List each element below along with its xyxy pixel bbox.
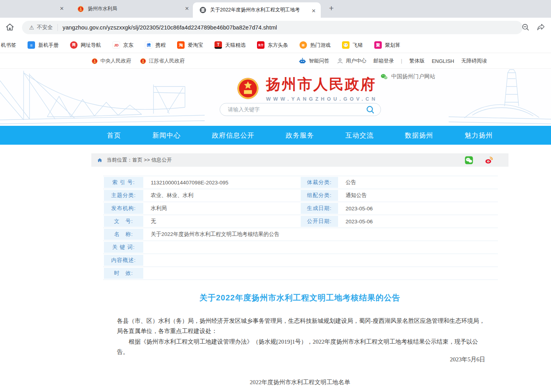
close-tab-icon[interactable]: × [57, 4, 66, 13]
meta-row: 发布机构: 水利局 生成日期: 2023-05-06 [103, 202, 498, 215]
banner-art-bridge-right [449, 69, 551, 126]
site-search [220, 103, 381, 116]
site-logo[interactable]: 扬州市人民政府 WWW.YANGZHOU.GOV.CN [235, 75, 378, 102]
gov-emblem-icon [91, 58, 98, 64]
bookmark-icon: 聚 [374, 41, 382, 49]
bookmark-ctrip[interactable]: 携携程 [145, 41, 166, 49]
nav-charm[interactable]: 魅力扬州 [464, 131, 493, 140]
nav-home[interactable]: 首页 [107, 131, 121, 140]
pig-face-icon [342, 41, 349, 49]
search-button[interactable] [366, 105, 375, 114]
breadcrumb-home-icon[interactable] [97, 157, 103, 163]
meta-value: 公告 [339, 176, 498, 189]
url-text: yangzhou.gov.cn/yzszxxgk/slj/202305/210c… [63, 24, 277, 31]
nav-info-disclosure[interactable]: 政府信息公开 [212, 131, 255, 140]
breadcrumb-bar: 当前位置：首页 >> 信息公开 [91, 153, 508, 167]
meta-label: 内容概述: [103, 254, 144, 267]
meta-label: 体裁分类: [300, 176, 339, 189]
search-input[interactable] [228, 107, 366, 112]
home-icon[interactable] [5, 22, 15, 32]
meta-value [144, 267, 498, 280]
utility-divider: | [401, 58, 402, 64]
browser-logo-favicon [199, 6, 207, 14]
meta-value: 11321000014407098E-2023-095 [144, 176, 300, 189]
article-date: 2023年5月6日 [117, 356, 485, 363]
nav-services[interactable]: 政务服务 [286, 131, 314, 140]
meta-label: 组配分类: [300, 189, 339, 202]
link-traditional[interactable]: 繁体版 [409, 57, 425, 64]
nav-data[interactable]: 数据扬州 [405, 131, 433, 140]
link-mail-login[interactable]: 邮箱登录 [373, 57, 394, 64]
wechat-bubbles-icon [380, 73, 388, 81]
new-tab-button[interactable]: + [326, 3, 337, 14]
meta-label: 名 称: [103, 228, 144, 241]
bookmark-mobile[interactable]: 机书签 [1, 42, 16, 49]
bookmark-icon: 东方 [257, 41, 264, 49]
link-central-gov[interactable]: 中央人民政府 [91, 57, 131, 64]
bookmark-nav-site[interactable]: 网网址导航 [70, 41, 101, 49]
bookmark-jd[interactable]: JD京东 [113, 41, 133, 49]
person-icon [337, 57, 344, 64]
bookmark-icon: 淘 [177, 41, 185, 49]
meta-value [144, 241, 498, 254]
site-utility-bar: 中央人民政府 江苏省人民政府 智能问答 用户中心 邮箱登录 | 繁体版 ENGL… [0, 53, 551, 69]
link-jiangsu-gov[interactable]: 江苏省人民政府 [140, 57, 185, 64]
url-field[interactable]: ⚠ 不安全 yangzhou.gov.cn/yzszxxgk/slj/20230… [22, 21, 523, 34]
national-emblem-icon [235, 76, 261, 101]
meta-value: 水利局 [144, 202, 300, 215]
bookmark-icon: ▦ [300, 41, 307, 49]
breadcrumb-current-link[interactable]: 信息公开 [151, 157, 172, 163]
nav-news[interactable]: 新闻中心 [152, 131, 181, 140]
breadcrumb: 当前位置：首页 >> 信息公开 [107, 156, 172, 164]
link-english[interactable]: ENGLISH [432, 58, 454, 64]
bookmark-aitaobao[interactable]: 淘爱淘宝 [177, 41, 203, 49]
meta-row: 主题分类: 农业、林业、水利 组配分类: 通知公告 [103, 189, 498, 202]
meta-value: 关于2022年度扬州市水利工程文明工地考核结果的公告 [144, 228, 498, 241]
share-weibo-icon[interactable] [484, 156, 494, 165]
bookmark-juhuasuan[interactable]: 聚聚划算 [374, 41, 400, 49]
bookmark-manual[interactable]: ≡新机手册 [28, 41, 59, 49]
bookmark-eastday[interactable]: 东方东方头条 [257, 41, 288, 49]
meta-label: 生成日期: [300, 202, 339, 215]
meta-value: 无 [144, 215, 300, 228]
meta-value: 2023-05-06 [339, 202, 498, 215]
meta-label: 时 效: [103, 267, 144, 280]
zoom-out-icon[interactable] [521, 23, 530, 32]
close-tab-icon[interactable]: × [309, 7, 318, 15]
breadcrumb-home-link[interactable]: 首页 [132, 157, 142, 163]
bookmark-icon: T [214, 41, 222, 49]
share-icon[interactable] [536, 23, 545, 32]
main-nav: 首页 新闻中心 政府信息公开 政务服务 互动交流 数据扬州 魅力扬州 [0, 126, 551, 145]
meta-label: 发布机构: [103, 202, 144, 215]
browser-window: × 扬州市水利局 × 关于2022年度扬州市水利工程文明工地考 × + ⚠ 不安… [0, 0, 551, 392]
tab-title: 扬州市水利局 [88, 6, 117, 12]
breadcrumb-prefix: 当前位置： [107, 157, 132, 163]
bookmark-games[interactable]: ▦热门游戏 [300, 41, 331, 49]
tab-announcement-active[interactable]: 关于2022年度扬州市水利工程文明工地考 [193, 2, 321, 18]
nav-interaction[interactable]: 互动交流 [345, 131, 373, 140]
meta-row: 文 号: 无 公开日期: 2023-05-06 [103, 215, 498, 228]
link-smart-qa[interactable]: 智能问答 [298, 57, 329, 65]
link-user-center[interactable]: 用户中心 [337, 57, 366, 64]
meta-label: 主题分类: [103, 189, 144, 202]
bookmark-tmall[interactable]: T天猫精选 [214, 41, 246, 49]
site-url: WWW.YANGZHOU.GOV.CN [266, 96, 378, 102]
bookmark-icon: 携 [145, 41, 152, 49]
article-list-title: 2022年度扬州市水利工程文明工地名单 [91, 379, 508, 386]
article-paragraph: 各县（市、区）水利（务）局，扬州经济开发区城乡事务管理局，生态科技新城规划建设局… [117, 316, 485, 336]
tab-yangzhou-water-bureau[interactable]: 扬州市水利局 [71, 0, 193, 18]
meta-value: 农业、林业、水利 [144, 189, 300, 202]
meta-row: 时 效: [103, 267, 498, 280]
meta-label: 索 引 号: [103, 176, 144, 189]
bookmark-fliggy[interactable]: 飞猪 [342, 41, 363, 49]
gov-emblem-icon [140, 58, 146, 64]
url-divider [57, 24, 58, 31]
security-label: 不安全 [37, 24, 53, 31]
meta-value: 通知公告 [339, 189, 498, 202]
share-wechat-icon[interactable] [464, 156, 473, 165]
banner-art-bridge-left [0, 69, 205, 126]
link-accessible[interactable]: 无障碍阅读 [461, 57, 487, 64]
article-title: 关于2022年度扬州市水利工程文明工地考核结果的公告 [91, 293, 508, 303]
close-tab-icon[interactable]: × [183, 4, 191, 13]
portal-link[interactable]: 中国扬州门户网站 [380, 73, 435, 81]
